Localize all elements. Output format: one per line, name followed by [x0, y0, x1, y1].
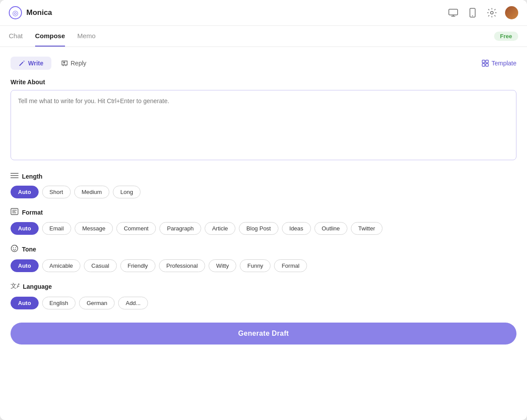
tone-formal-chip[interactable]: Formal: [274, 259, 307, 272]
tone-chips: Auto Amicable Casual Friendly Profession…: [11, 259, 516, 272]
format-icon: [11, 208, 18, 217]
tone-icon: [11, 244, 18, 254]
length-short-chip[interactable]: Short: [42, 186, 71, 198]
length-chips: Auto Short Medium Long: [11, 186, 516, 198]
app-title: Monica: [26, 8, 52, 17]
svg-rect-7: [486, 64, 488, 66]
main-content: Write Reply Template: [0, 47, 527, 420]
tone-label: Tone: [22, 246, 36, 253]
monitor-icon[interactable]: [447, 7, 459, 19]
tone-header: Tone: [11, 244, 516, 254]
app-logo: ◎: [9, 6, 22, 19]
format-article-chip[interactable]: Article: [205, 222, 235, 235]
template-label: Template: [491, 60, 516, 67]
tone-witty-chip[interactable]: Witty: [209, 259, 236, 272]
tone-funny-chip[interactable]: Funny: [240, 259, 271, 272]
svg-point-17: [15, 248, 16, 248]
format-section: Format Auto Email Message Comment Paragr…: [11, 208, 516, 235]
app-window: ◎ Monica: [0, 0, 527, 420]
mode-buttons: Write Reply: [11, 57, 94, 70]
length-medium-chip[interactable]: Medium: [74, 186, 109, 198]
svg-text:文A: 文A: [11, 282, 19, 289]
free-badge: Free: [494, 32, 518, 41]
language-chips: Auto English German Add...: [11, 297, 516, 309]
reply-button[interactable]: Reply: [53, 57, 94, 70]
language-label: Language: [23, 283, 52, 290]
svg-point-2: [472, 15, 473, 16]
avatar[interactable]: [505, 6, 518, 19]
svg-rect-4: [482, 60, 485, 63]
length-section: Length Auto Short Medium Long: [11, 172, 516, 198]
language-section: 文A Language Auto English German Add...: [11, 282, 516, 309]
tab-memo[interactable]: Memo: [77, 26, 96, 47]
nav-tabs: Chat Compose Memo: [9, 26, 96, 47]
write-label: Write: [28, 60, 43, 67]
nav-bar: Chat Compose Memo Free: [0, 26, 527, 47]
language-add-chip[interactable]: Add...: [118, 297, 148, 309]
tab-compose[interactable]: Compose: [35, 26, 65, 47]
length-long-chip[interactable]: Long: [113, 186, 141, 198]
format-ideas-chip[interactable]: Ideas: [282, 222, 311, 235]
length-header: Length: [11, 172, 516, 180]
language-german-chip[interactable]: German: [79, 297, 115, 309]
title-bar-right: [447, 6, 518, 19]
settings-icon[interactable]: [486, 7, 498, 19]
svg-point-16: [13, 248, 14, 248]
svg-point-3: [491, 11, 493, 14]
tone-section: Tone Auto Amicable Casual Friendly Profe…: [11, 244, 516, 272]
svg-rect-6: [482, 64, 485, 66]
tone-professional-chip[interactable]: Professional: [159, 259, 206, 272]
format-chips: Auto Email Message Comment Paragraph Art…: [11, 222, 516, 235]
language-english-chip[interactable]: English: [42, 297, 76, 309]
length-label: Length: [22, 173, 43, 180]
length-icon: [11, 172, 18, 180]
svg-rect-5: [486, 60, 488, 63]
language-icon: 文A: [11, 282, 19, 291]
format-blogpost-chip[interactable]: Blog Post: [239, 222, 278, 235]
svg-rect-0: [449, 9, 458, 15]
format-email-chip[interactable]: Email: [42, 222, 72, 235]
title-bar: ◎ Monica: [0, 0, 527, 26]
mobile-icon[interactable]: [466, 7, 479, 19]
format-auto-chip[interactable]: Auto: [11, 222, 39, 235]
write-about-label: Write About: [11, 79, 516, 86]
reply-label: Reply: [71, 60, 87, 67]
logo-symbol: ◎: [12, 9, 18, 17]
tone-casual-chip[interactable]: Casual: [84, 259, 116, 272]
length-auto-chip[interactable]: Auto: [11, 186, 39, 198]
tone-amicable-chip[interactable]: Amicable: [42, 259, 80, 272]
format-comment-chip[interactable]: Comment: [116, 222, 156, 235]
tone-friendly-chip[interactable]: Friendly: [120, 259, 155, 272]
format-twitter-chip[interactable]: Twitter: [351, 222, 383, 235]
format-outline-chip[interactable]: Outline: [314, 222, 347, 235]
format-label: Format: [22, 209, 43, 216]
write-about-textarea[interactable]: [11, 90, 516, 160]
title-bar-left: ◎ Monica: [9, 6, 52, 19]
language-auto-chip[interactable]: Auto: [11, 297, 39, 309]
tab-chat[interactable]: Chat: [9, 26, 23, 47]
format-paragraph-chip[interactable]: Paragraph: [159, 222, 201, 235]
language-header: 文A Language: [11, 282, 516, 291]
format-message-chip[interactable]: Message: [75, 222, 113, 235]
generate-draft-button[interactable]: Generate Draft: [11, 323, 516, 345]
write-button[interactable]: Write: [11, 57, 51, 70]
template-button[interactable]: Template: [482, 60, 516, 67]
tone-auto-chip[interactable]: Auto: [11, 259, 39, 272]
mode-bar: Write Reply Template: [11, 57, 516, 70]
format-header: Format: [11, 208, 516, 217]
